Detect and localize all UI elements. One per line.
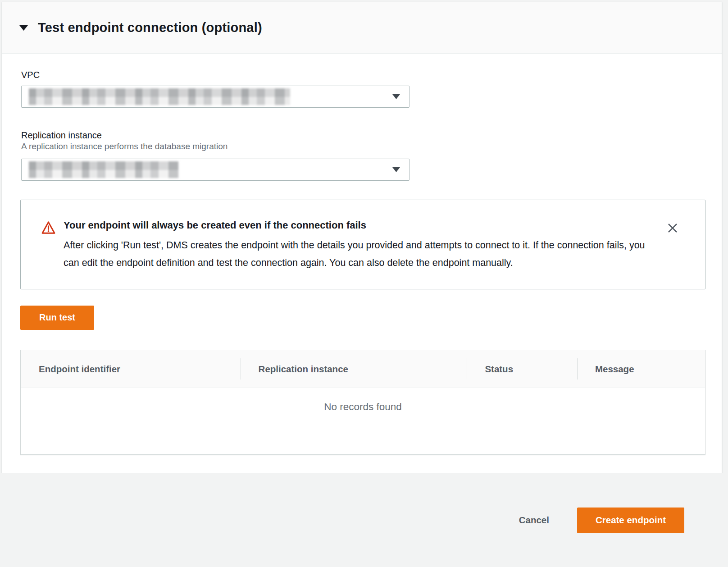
vpc-select[interactable]	[21, 86, 410, 108]
vpc-selected-value-redacted	[29, 88, 290, 105]
warning-alert-content: Your endpoint will always be created eve…	[64, 219, 660, 272]
caret-down-icon	[392, 167, 400, 172]
cancel-button[interactable]: Cancel	[519, 515, 549, 526]
warning-triangle-icon	[41, 220, 55, 235]
run-test-button[interactable]: Run test	[20, 306, 94, 330]
warning-alert-title: Your endpoint will always be created eve…	[64, 219, 660, 232]
table-header-row: Endpoint identifier Replication instance…	[21, 350, 705, 388]
replication-instance-field: Replication instance A replication insta…	[21, 130, 705, 181]
triangle-down-icon	[19, 25, 28, 31]
warning-alert-body: After clicking 'Run test', DMS creates t…	[64, 237, 647, 272]
replication-instance-label: Replication instance	[21, 130, 705, 141]
vpc-field: VPC	[21, 70, 705, 108]
section-body: VPC Replication instance A replication i…	[2, 54, 722, 473]
table-empty-state: No records found	[21, 388, 705, 454]
replication-instance-select[interactable]	[21, 159, 410, 181]
warning-alert: Your endpoint will always be created eve…	[20, 200, 705, 289]
column-header-status: Status	[467, 350, 577, 388]
connection-results-table: Endpoint identifier Replication instance…	[20, 350, 705, 455]
column-header-message: Message	[577, 350, 705, 388]
section-header-test-endpoint-connection[interactable]: Test endpoint connection (optional)	[2, 2, 722, 54]
replication-instance-description: A replication instance performs the data…	[21, 142, 705, 151]
replication-instance-selected-value-redacted	[29, 161, 178, 178]
test-endpoint-connection-panel: Test endpoint connection (optional) VPC …	[2, 2, 722, 473]
vpc-label: VPC	[21, 70, 705, 80]
section-title: Test endpoint connection (optional)	[38, 20, 262, 35]
form-footer-actions: Cancel Create endpoint	[0, 473, 728, 567]
column-header-endpoint-identifier: Endpoint identifier	[21, 350, 241, 388]
column-header-replication-instance: Replication instance	[241, 350, 467, 388]
close-icon[interactable]	[664, 220, 681, 236]
caret-down-icon	[392, 94, 400, 99]
screen: Test endpoint connection (optional) VPC …	[0, 0, 728, 567]
create-endpoint-button[interactable]: Create endpoint	[577, 508, 684, 533]
